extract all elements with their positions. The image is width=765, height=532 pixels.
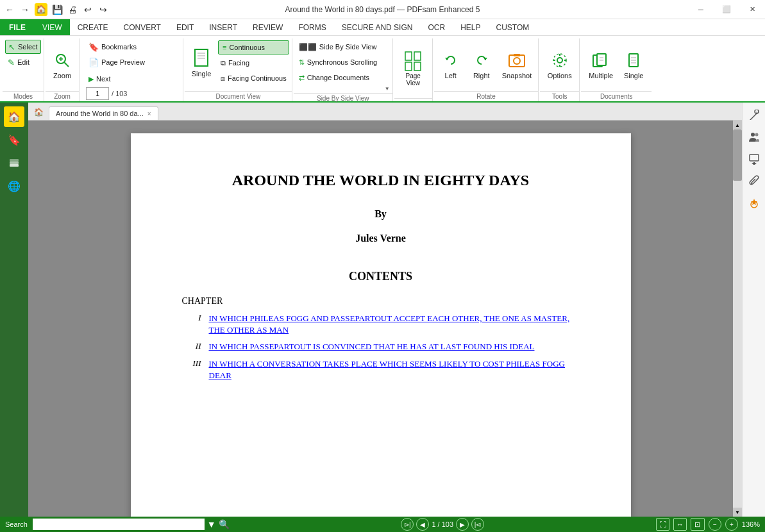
tab-edit[interactable]: EDIT [169,19,201,35]
page-preview-btn[interactable]: 📄 Page Preview [86,55,147,69]
fit-width-btn[interactable]: ↔ [673,518,687,531]
minimize-btn[interactable]: ─ [688,0,714,19]
multiple-docs-btn[interactable]: Multiple [585,42,617,88]
last-page-btn[interactable]: |⊲ [471,518,484,531]
fit-page-btn[interactable]: ⊡ [691,518,705,531]
search-dropdown-btn[interactable]: ▼ [207,519,216,529]
zoom-label: Zoom [46,91,79,101]
chapter-link[interactable]: IN WHICH PASSEPARTOUT IS CONVINCED THAT … [209,341,535,353]
sidebar-home-btn[interactable]: 🏠 [4,106,24,127]
left-rotate-btn[interactable]: Left [437,42,465,88]
tab-insert[interactable]: INSERT [201,19,245,35]
single-view-btn[interactable]: Single [187,40,215,86]
modes-label: Modes [3,91,44,101]
tab-review[interactable]: REVIEW [245,19,290,35]
next-btn[interactable]: ▶ Next [86,72,113,86]
pdf-page: AROUND THE WORLD IN EIGHTY DAYS By Jules… [131,133,631,517]
right-people-icon[interactable] [745,128,763,146]
rotate-left-icon [441,50,461,71]
right-panel [742,103,765,517]
bookmarks-btn[interactable]: 🔖 Bookmarks [86,40,139,54]
doc-content[interactable]: AROUND THE WORLD IN EIGHTY DAYS By Jules… [28,121,733,517]
save-btn[interactable]: 💾 [51,4,63,15]
doc-by: By [182,208,580,220]
tab-close-btn[interactable]: × [147,110,151,117]
zoom-in-btn[interactable]: + [725,518,738,531]
right-medal-icon[interactable] [745,194,763,212]
prev-page-nav-btn[interactable]: ◀ [416,518,429,531]
snapshot-btn[interactable]: Snapshot [498,42,535,88]
options-btn[interactable]: Options [544,42,576,88]
right-rotate-btn[interactable]: Right [467,42,496,88]
svg-marker-39 [752,163,757,165]
redo-btn[interactable]: ↪ [97,4,109,15]
left-sidebar: 🏠 🔖 🌐 [0,103,28,517]
scroll-thumb[interactable] [733,129,742,181]
back-btn[interactable]: ← [4,4,15,15]
svg-rect-14 [509,55,525,67]
tab-ocr[interactable]: OCR [420,19,453,35]
sidebar-globe-icon[interactable]: 🌐 [4,176,24,196]
tab-view[interactable]: VIEW [35,19,70,35]
scroll-track[interactable] [733,129,742,508]
window-controls: ─ ⬜ ✕ [688,0,765,19]
search-label: Search [5,520,28,528]
tab-home-icon[interactable]: 🏠 [31,104,46,120]
single-docs-btn[interactable]: Single [619,42,648,88]
title-text: Around the World in 80 days.pdf — PDFsam… [285,5,480,14]
doc-tab[interactable]: Around the World in 80 da... × [49,106,158,120]
scroll-up-btn[interactable]: ▲ [733,121,742,129]
zoom-btn[interactable]: Zoom [48,42,76,88]
tab-convert[interactable]: CONVERT [115,19,168,35]
chapter-num: II [182,341,201,353]
search-input[interactable] [33,519,205,530]
fullscreen-btn[interactable]: ⛶ [656,518,669,531]
synchronous-scrolling-btn[interactable]: ⇅ Synchronous Scrolling [296,55,380,69]
tab-secure[interactable]: SECURE AND SIGN [334,19,421,35]
sidebar-layers-icon[interactable] [4,153,24,173]
svg-point-15 [514,58,520,64]
tab-custom[interactable]: CUSTOM [488,19,537,35]
page-number-input[interactable] [86,87,109,100]
facing-continuous-view-btn[interactable]: ⧈ Facing Continuous [218,71,289,85]
svg-rect-10 [405,62,412,71]
tab-forms[interactable]: FORMS [290,19,333,35]
close-btn[interactable]: ✕ [739,0,765,19]
svg-rect-4 [195,49,208,66]
page-view-btn[interactable]: PageView [399,46,427,92]
tab-create[interactable]: CREATE [70,19,116,35]
print-btn[interactable]: 🖨 [67,4,78,15]
side-by-side-btn[interactable]: ⬛⬛ Side By Side View [296,40,380,54]
modes-group: ↖ Select ✎ Edit Modes [3,38,44,101]
chapter-link[interactable]: IN WHICH PHILEAS FOGG AND PASSEPARTOUT A… [209,313,580,336]
documents-label: Documents [581,91,652,101]
search-execute-btn[interactable]: 🔍 [219,519,230,529]
facing-view-btn[interactable]: ⧉ Facing [218,56,289,70]
edit-btn[interactable]: ✎ Edit [5,55,32,69]
next-page-nav-btn[interactable]: ▶ [456,518,469,531]
change-documents-btn[interactable]: ⇄ Change Documents [296,71,372,85]
side-by-side-dropdown[interactable]: ▼ [385,86,390,92]
tab-help[interactable]: HELP [453,19,488,35]
home-btn[interactable]: 🏠 [35,3,47,16]
sidebar-bookmark-icon[interactable]: 🔖 [4,129,24,150]
doc-author: Jules Verne [182,233,580,244]
vertical-scrollbar[interactable]: ▲ ▼ [733,121,742,517]
scroll-down-btn[interactable]: ▼ [733,508,742,517]
tab-file[interactable]: FILE [0,19,35,35]
forward-btn[interactable]: → [19,4,31,15]
zoom-out-btn[interactable]: − [709,518,721,531]
right-download-icon[interactable] [745,150,763,168]
right-wrench-icon[interactable] [745,106,763,124]
continuous-view-btn[interactable]: ≡ Continuous [218,40,289,54]
svg-rect-32 [10,162,19,164]
restore-btn[interactable]: ⬜ [714,0,739,19]
select-btn[interactable]: ↖ Select [5,40,41,54]
document-view-group: Single ≡ Continuous ⧉ Facing ⧈ Facing Co… [185,38,292,101]
svg-rect-24 [597,54,606,65]
first-page-btn[interactable]: ⊳| [401,518,414,531]
chapter-link[interactable]: IN WHICH A CONVERSATION TAKES PLACE WHIC… [209,358,580,381]
tab-bar: 🏠 Around the World in 80 da... × [28,103,742,121]
undo-btn[interactable]: ↩ [82,4,94,15]
right-paperclip-icon[interactable] [745,172,763,190]
